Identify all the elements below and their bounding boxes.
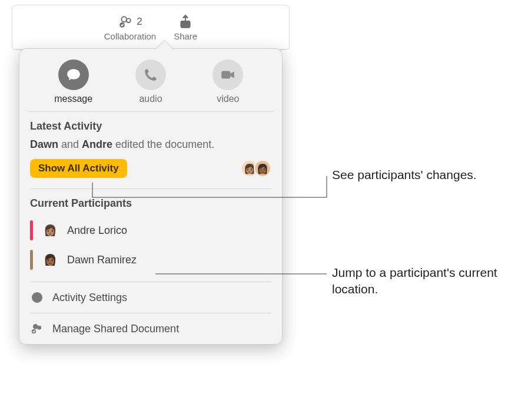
manage-shared-label: Manage Shared Document (52, 323, 179, 335)
svg-point-0 (122, 16, 127, 22)
collaboration-button[interactable]: 2 Collaboration (104, 14, 156, 41)
message-icon (58, 59, 89, 90)
activity-avatars: 👩🏽 👩🏾 (245, 160, 271, 177)
collaboration-popover: message audio video Latest Activity Dawn… (19, 48, 283, 345)
activity-settings-row[interactable]: Activity Settings (19, 282, 282, 305)
participant-row[interactable]: 👩🏾 Dawn Ramirez (30, 245, 271, 275)
participant-color-indicator (30, 220, 33, 240)
collaboration-icon (118, 14, 134, 30)
audio-button[interactable]: audio (118, 59, 183, 104)
video-icon (212, 59, 243, 90)
activity-summary: Dawn and Andre edited the document. (30, 138, 271, 151)
avatar: 👩🏾 (254, 160, 271, 177)
app-window: 2 Collaboration Share (12, 5, 290, 50)
share-label: Share (174, 31, 197, 41)
svg-point-7 (34, 325, 38, 329)
avatar: 👩🏾 (40, 250, 60, 270)
current-participants-header: Current Participants (30, 197, 271, 210)
show-all-activity-button[interactable]: Show All Activity (30, 159, 127, 178)
share-icon (177, 14, 194, 30)
communication-row: message audio video (28, 49, 274, 112)
activity-name-1: Dawn (30, 138, 58, 150)
participant-name: Dawn Ramirez (67, 254, 137, 266)
svg-point-6 (35, 296, 39, 299)
callout-text: See participants' changes. (332, 167, 497, 183)
video-label: video (217, 94, 239, 104)
current-participants-section: Current Participants 👩🏽 Andre Lorico 👩🏾 … (19, 189, 282, 275)
message-label: message (54, 94, 92, 104)
activity-settings-label: Activity Settings (52, 292, 127, 304)
audio-label: audio (139, 94, 162, 104)
avatar: 👩🏽 (40, 220, 60, 240)
activity-name-2: Andre (82, 138, 112, 150)
gear-icon (30, 290, 44, 305)
participant-row[interactable]: 👩🏽 Andre Lorico (30, 216, 271, 245)
participant-color-indicator (30, 250, 33, 270)
message-button[interactable]: message (41, 59, 106, 104)
latest-activity-header: Latest Activity (30, 120, 271, 133)
collaboration-icon (30, 322, 44, 336)
collaboration-label: Collaboration (104, 31, 156, 41)
svg-rect-3 (181, 21, 190, 28)
phone-icon (135, 59, 166, 90)
collaboration-count: 2 (137, 16, 142, 28)
svg-point-1 (127, 18, 131, 22)
callout-text: Jump to a participant's current location… (332, 264, 509, 298)
svg-point-8 (38, 326, 41, 329)
svg-rect-4 (221, 71, 230, 79)
manage-shared-document-row[interactable]: Manage Shared Document (19, 313, 282, 336)
video-button[interactable]: video (195, 59, 260, 104)
window-toolbar: 2 Collaboration Share (12, 5, 289, 49)
participant-name: Andre Lorico (67, 224, 127, 237)
latest-activity-section: Latest Activity Dawn and Andre edited th… (19, 112, 282, 188)
share-button[interactable]: Share (174, 14, 197, 41)
